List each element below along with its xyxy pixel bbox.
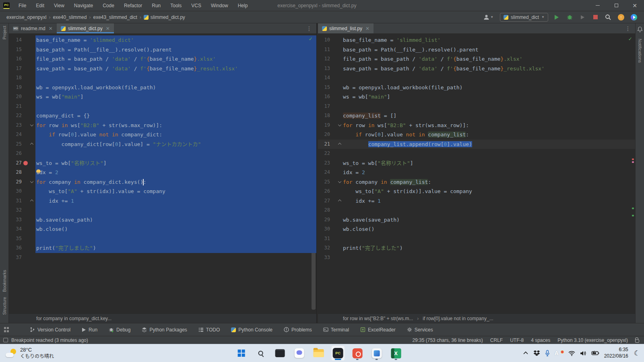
tool-window-layout-icon[interactable] (4, 327, 10, 333)
code-text[interactable]: company_dict = {} (35, 111, 316, 121)
code-line-26[interactable]: 26 (9, 149, 316, 158)
inspections-ok-icon[interactable]: ✓ (309, 35, 312, 42)
code-text[interactable]: wb.close() (342, 224, 635, 234)
gutter[interactable]: 32 (9, 206, 35, 215)
code-text[interactable] (35, 149, 316, 158)
breadcrumb-context-left[interactable]: for company in company_dict.key... (9, 313, 316, 323)
code-text[interactable] (342, 206, 635, 215)
inspections-ok-icon[interactable]: ✓ (629, 35, 632, 42)
code-text[interactable]: print("完了しました") (35, 243, 316, 253)
breadcrumb-item[interactable]: exe40_slimmed (53, 14, 87, 20)
stop-button[interactable] (591, 13, 600, 22)
gutter[interactable]: 22 (9, 111, 35, 121)
gutter[interactable]: 23 (9, 121, 35, 130)
code-line-25[interactable]: 25 company_dict[row[0].value] = "ナントカカント… (9, 140, 316, 149)
gutter[interactable]: 25 (318, 177, 342, 187)
code-line-24[interactable]: 24 if row[0].value not in company_dict: (9, 130, 316, 140)
wifi-icon[interactable] (568, 351, 575, 356)
menu-help[interactable]: Help (234, 2, 252, 10)
tab-options-icon[interactable]: ⋮ (302, 23, 316, 33)
fold-end-icon[interactable] (338, 199, 341, 202)
code-text[interactable]: ws_to = wb["名称リスト"] (342, 158, 635, 168)
menu-navigate[interactable]: Navigate (70, 2, 97, 10)
tab-options-icon[interactable]: ⋮ (621, 23, 635, 33)
toolwindow-version-control[interactable]: Version Control (24, 323, 76, 336)
code-line-20[interactable]: 20 if row[0].value not in company_list: (318, 130, 635, 140)
gutter[interactable]: 20 (318, 130, 342, 140)
code-text[interactable]: wb.save(save_path) (35, 215, 316, 225)
maximize-button[interactable] (607, 0, 625, 11)
code-text[interactable]: ws = wb["main"] (342, 92, 635, 102)
gutter[interactable]: 29 (318, 215, 342, 225)
code-line-28[interactable]: 28idx = 2 (9, 168, 316, 177)
code-line-19[interactable]: 19wb = openpyxl.load_workbook(file_path) (9, 83, 316, 93)
toolwindow-run[interactable]: Run (76, 323, 103, 336)
code-text[interactable] (35, 253, 316, 263)
code-line-32[interactable]: 32print("完了しました") (318, 243, 635, 253)
code-text[interactable]: for company in company_list: (342, 177, 635, 187)
gutter[interactable]: 19 (318, 121, 342, 130)
code-line-36[interactable]: 36print("完了しました") (9, 243, 316, 253)
gutter[interactable]: 25 (9, 140, 35, 149)
taskbar-app-explorer[interactable] (312, 346, 326, 361)
sidebar-item-structure[interactable]: Structure (2, 294, 7, 317)
toolwindow-python-console[interactable]: Python Console (225, 323, 278, 336)
gutter[interactable]: 12 (318, 54, 342, 64)
menu-code[interactable]: Code (99, 2, 118, 10)
code-line-15[interactable]: 15wb = openpyxl.load_workbook(file_path) (318, 83, 635, 93)
code-text[interactable]: company_list.append(row[0].value) (342, 140, 635, 149)
code-line-27[interactable]: 27 idx += 1 (318, 196, 635, 206)
code-text[interactable] (35, 234, 316, 244)
tray-expand-chevron-icon[interactable] (523, 351, 528, 355)
code-line-35[interactable]: 35 (9, 234, 316, 244)
code-line-18[interactable]: 18 (9, 73, 316, 83)
code-line-30[interactable]: 30 ws_to["A" + str(idx)].value = company (9, 187, 316, 196)
sidebar-item-project[interactable]: Project (2, 23, 7, 42)
code-text[interactable]: base_file_name = 'slimmed_dict' (35, 35, 316, 45)
code-text[interactable]: if row[0].value not in company_list: (342, 130, 635, 140)
code-text[interactable]: ws = wb["main"] (35, 92, 316, 102)
gutter[interactable]: 32 (318, 243, 342, 253)
code-line-24[interactable]: 24idx = 2 (318, 168, 635, 177)
speaker-icon[interactable] (580, 351, 586, 356)
run-configuration-select[interactable]: slimmed_dict ▼ (500, 13, 548, 22)
toolwindow-excelreader[interactable]: ExcelReader (355, 323, 401, 336)
fold-down-icon[interactable] (338, 179, 341, 183)
gutter[interactable]: 16 (318, 92, 342, 102)
context-breadcrumb-item[interactable]: for company in company_dict.key... (36, 316, 111, 321)
line-ending-indicator[interactable]: CRLF (490, 337, 503, 343)
gutter[interactable]: 36 (9, 243, 35, 253)
gutter[interactable]: 31 (318, 234, 342, 244)
menu-tools[interactable]: Tools (166, 2, 186, 10)
dropbox-icon[interactable] (533, 350, 540, 356)
code-text[interactable]: company_dict[row[0].value] = "ナントカカントカ" (35, 140, 316, 149)
tab-slimmed_list-py[interactable]: slimmed_list.py✕ (318, 23, 374, 33)
code-text[interactable]: ws_to["A" + str(idx)].value = company (342, 187, 635, 196)
gutter[interactable]: 22 (318, 149, 342, 158)
code-text[interactable]: wb = openpyxl.load_workbook(file_path) (35, 83, 316, 93)
breadcrumb-context-right[interactable]: for row in ws["B2:B" + str(ws.m...›if ro… (318, 313, 635, 323)
gutter[interactable]: 37 (9, 253, 35, 263)
gutter[interactable]: 20 (9, 92, 35, 102)
interpreter-indicator[interactable]: Python 3.10 (exercise_openpyxl) (557, 337, 628, 343)
gutter[interactable]: 30 (318, 224, 342, 234)
menu-refactor[interactable]: Refactor (120, 2, 146, 10)
code-line-12[interactable]: 12file_path = base_path / 'data' / f'{ba… (318, 54, 635, 64)
toolwindow-debug[interactable]: Debug (103, 323, 136, 336)
code-line-17[interactable]: 17 (318, 102, 635, 111)
gutter[interactable]: 31 (9, 196, 35, 206)
editor-slimmed-dict[interactable]: ✓ 14base_file_name = 'slimmed_dict'15bas… (9, 34, 316, 313)
code-line-16[interactable]: 16file_path = base_path / 'data' / f'{ba… (9, 54, 316, 64)
code-text[interactable]: company_list = [] (342, 111, 635, 121)
encoding-indicator[interactable]: UTF-8 (510, 337, 524, 343)
gutter[interactable]: 33 (9, 215, 35, 225)
code-line-10[interactable]: 10base_file_name = 'slimmed_list' (318, 35, 635, 45)
code-text[interactable]: base_file_name = 'slimmed_list' (342, 35, 635, 45)
code-text[interactable]: idx = 2 (35, 168, 316, 177)
code-text[interactable]: file_path = base_path / 'data' / f'{base… (35, 54, 316, 64)
debug-button[interactable] (565, 13, 574, 22)
ime-mode-indicator[interactable]: A (555, 350, 559, 357)
gutter[interactable]: 18 (318, 111, 342, 121)
code-line-28[interactable]: 28 (318, 206, 635, 215)
gutter[interactable]: 18 (9, 73, 35, 83)
